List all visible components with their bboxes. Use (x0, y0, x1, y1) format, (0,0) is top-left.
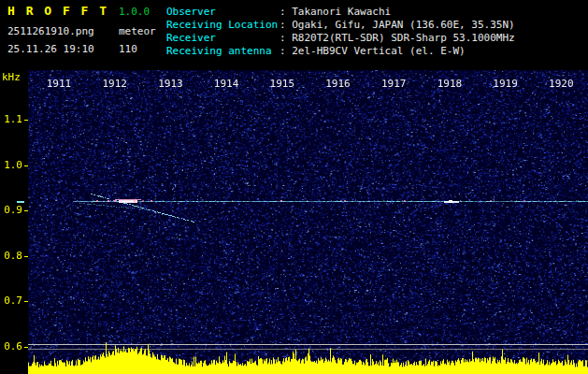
info-value: Takanori Kawachi (292, 6, 391, 18)
x-tick-label: 1920 (542, 78, 580, 90)
info-colon: : (280, 6, 292, 18)
info-colon: : (280, 45, 292, 57)
x-tick-label: 1913 (151, 78, 189, 90)
hrofft-window: H R O F F T 1.0.0 2511261910.png meteor … (0, 0, 588, 374)
app-version: 1.0.0 (119, 6, 150, 18)
output-filename: 2511261910.png (7, 25, 119, 37)
y-tick-label: 1.0 (0, 159, 22, 171)
info-value: 2el-HB9CV Vertical (el. E-W) (292, 45, 465, 57)
y-tick-label: 0.9 (0, 204, 22, 216)
info-colon: : (280, 32, 292, 44)
y-tick-label: 0.8 (0, 250, 22, 262)
freq-unit-label: kHz (2, 71, 21, 83)
station-info-row: Receiving antenna: 2el-HB9CV Vertical (e… (166, 45, 515, 58)
y-tick-mark (24, 165, 28, 166)
y-tick-mark (24, 256, 28, 257)
info-label: Receiving antenna (166, 45, 280, 58)
header-left: H R O F F T 1.0.0 2511261910.png meteor … (7, 4, 156, 55)
station-info: Observer: Takanori KawachiReceiving Loca… (166, 6, 515, 58)
title-row: H R O F F T 1.0.0 (7, 4, 156, 18)
y-tick-mark (24, 120, 28, 121)
station-info-row: Observer: Takanori Kawachi (166, 6, 515, 19)
x-tick-label: 1912 (96, 78, 134, 90)
x-tick-label: 1916 (320, 78, 357, 90)
station-info-row: Receiving Location: Ogaki, Gifu, JAPAN (… (166, 19, 515, 32)
spectrogram-canvas (0, 70, 588, 374)
x-tick-label: 1917 (375, 78, 412, 90)
header-bar: H R O F F T 1.0.0 2511261910.png meteor … (0, 0, 588, 70)
y-tick-label: 0.7 (0, 295, 22, 307)
y-tick-mark (24, 210, 28, 211)
echo-count: 110 (119, 43, 137, 55)
x-tick-label: 1915 (264, 78, 301, 90)
y-tick-label: 1.1 (0, 113, 22, 125)
station-info-row: Receiver: R820T2(RTL-SDR) SDR-Sharp 53.1… (166, 32, 515, 45)
app-title: H R O F F T (7, 4, 119, 18)
x-tick-label: 1914 (208, 78, 245, 90)
y-tick-mark (24, 347, 28, 348)
info-label: Receiving Location (166, 19, 280, 32)
x-tick-label: 1919 (487, 78, 524, 90)
y-tick-label: 0.6 (0, 340, 22, 352)
info-colon: : (280, 19, 292, 31)
info-label: Receiver (166, 32, 280, 45)
info-label: Observer (166, 6, 280, 19)
datetime: 25.11.26 19:10 (7, 43, 119, 55)
x-tick-label: 1918 (431, 78, 468, 90)
file-row: 2511261910.png meteor (7, 25, 156, 37)
x-tick-label: 1911 (40, 78, 78, 90)
y-tick-mark (24, 301, 28, 302)
mode-label: meteor (119, 25, 156, 37)
time-row: 25.11.26 19:10 110 (7, 43, 156, 55)
info-value: R820T2(RTL-SDR) SDR-Sharp 53.1000MHz (292, 32, 514, 44)
info-value: Ogaki, Gifu, JAPAN (136.60E, 35.35N) (292, 19, 514, 31)
